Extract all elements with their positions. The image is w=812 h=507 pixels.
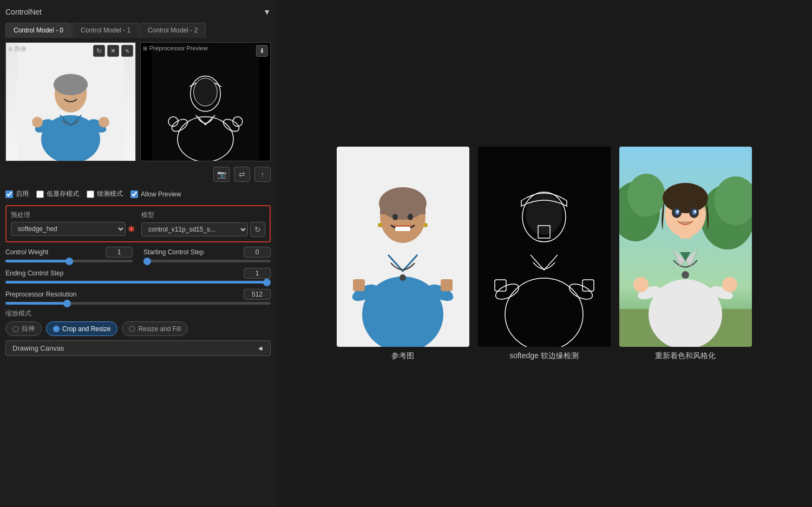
drawing-canvas-row[interactable]: Drawing Canvas ◄ — [5, 340, 271, 356]
gallery-item-1: softedge 软边缘检测 — [478, 147, 611, 361]
gallery-item-2: 重新着色和风格化 — [619, 147, 752, 361]
ending-step-row: Ending Control Step 1 — [5, 268, 271, 284]
edge-detection-preview — [141, 43, 270, 161]
model-select-row: control_v11p_sd15_s... ↻ — [141, 222, 265, 237]
scale-mode-label: 缩放模式 — [5, 309, 271, 318]
svg-rect-21 — [441, 279, 453, 291]
gallery-caption-0: 参考图 — [391, 351, 414, 361]
model-select[interactable]: control_v11p_sd15_s... — [141, 222, 248, 236]
close-input-button[interactable]: ✕ — [107, 45, 119, 57]
preprocessor-label: 预处理 — [11, 210, 135, 220]
svg-point-50 — [633, 277, 649, 292]
control-weight-slider[interactable] — [5, 260, 133, 262]
svg-point-29 — [400, 274, 406, 281]
enable-label: 启用 — [16, 189, 29, 199]
svg-point-4 — [32, 117, 43, 128]
scale-crop-resize-option[interactable]: Crop and Resize — [46, 321, 117, 336]
guess-mode-checkbox-item[interactable]: 猜测模式 — [87, 189, 123, 199]
low-vram-label: 低显存模式 — [47, 189, 79, 199]
preprocessor-res-slider[interactable] — [5, 302, 271, 305]
ending-step-value: 1 — [244, 268, 271, 279]
input-image-label: ⊞ 图像 — [8, 45, 27, 53]
allow-preview-checkbox-item[interactable]: Allow Preview — [130, 190, 181, 198]
upload-button[interactable]: ↑ — [254, 167, 271, 182]
scale-stretch-option[interactable]: 拉伸 — [5, 321, 42, 336]
left-panel: ControlNet ▼ Control Model - 0 Control M… — [0, 0, 276, 507]
gallery-image-1 — [478, 147, 611, 347]
gallery-row: 参考图 — [287, 147, 801, 361]
allow-preview-checkbox[interactable] — [130, 190, 138, 198]
download-button[interactable]: ⬇ — [256, 45, 268, 57]
scale-mode-radio-group: 拉伸 Crop and Resize Resize and Fill — [5, 321, 271, 336]
svg-rect-25 — [380, 198, 425, 214]
model-label: 模型 — [141, 210, 265, 220]
low-vram-checkbox-item[interactable]: 低显存模式 — [36, 189, 79, 199]
svg-point-54 — [663, 183, 708, 213]
low-vram-checkbox[interactable] — [36, 190, 44, 198]
ending-step-header: Ending Control Step 1 — [5, 268, 271, 279]
tab-control-model-0[interactable]: Control Model - 0 — [5, 23, 71, 38]
guess-mode-label: 猜测模式 — [97, 189, 123, 199]
svg-point-31 — [423, 223, 428, 227]
preprocessor-res-value: 512 — [244, 289, 271, 300]
svg-point-5 — [99, 117, 109, 128]
ending-step-slider[interactable] — [5, 281, 271, 284]
svg-point-61 — [682, 271, 689, 279]
gallery-caption-1: softedge 软边缘检测 — [509, 351, 579, 361]
scale-resize-fill-option[interactable]: Resize and Fill — [122, 321, 188, 336]
preprocessor-res-header: Preprocessor Resolution 512 — [5, 289, 271, 300]
stretch-radio-dot — [12, 326, 19, 332]
tab-control-model-1[interactable]: Control Model - 1 — [73, 23, 139, 38]
svg-point-15 — [194, 78, 218, 106]
dual-slider-row: Control Weight 1 Starting Control Step 0 — [5, 247, 271, 262]
action-row: 📷 ⇄ ↑ — [5, 166, 271, 183]
svg-point-60 — [694, 210, 696, 213]
images-row: ⊞ 图像 ↻ ✕ ✎ — [5, 42, 271, 161]
svg-rect-20 — [353, 279, 365, 291]
control-weight-label: Control Weight — [5, 248, 48, 256]
preprocessor-col: 预处理 softedge_hed ✱ — [11, 210, 135, 237]
edit-input-button[interactable]: ✎ — [121, 45, 133, 57]
tab-control-model-2[interactable]: Control Model - 2 — [140, 23, 206, 38]
starting-step-header: Starting Control Step 0 — [143, 247, 271, 258]
input-image-controls: ↻ ✕ ✎ — [93, 45, 133, 57]
gallery-image-2 — [619, 147, 752, 347]
resize-fill-radio-dot — [129, 326, 135, 332]
fire-icon: ✱ — [128, 224, 135, 234]
starting-step-slider[interactable] — [143, 260, 271, 262]
control-weight-col: Control Weight 1 — [5, 247, 133, 262]
crop-resize-radio-dot — [53, 326, 60, 332]
swap-button[interactable]: ⇄ — [234, 167, 250, 182]
stretch-label: 拉伸 — [22, 324, 35, 333]
drawing-canvas-label: Drawing Canvas — [12, 344, 64, 352]
starting-step-label: Starting Control Step — [143, 248, 204, 256]
resize-fill-label: Resize and Fill — [138, 325, 181, 333]
svg-rect-32 — [478, 147, 611, 347]
svg-point-26 — [392, 214, 398, 220]
preprocessor-model-box: 预处理 softedge_hed ✱ 模型 control_v11p_sd15_… — [5, 205, 271, 242]
preprocessor-select-row: softedge_hed ✱ — [11, 222, 135, 236]
right-panel: 参考图 — [276, 0, 812, 507]
svg-point-7 — [54, 74, 88, 95]
guess-mode-checkbox[interactable] — [87, 190, 94, 198]
svg-point-51 — [722, 277, 737, 292]
camera-button[interactable]: 📷 — [213, 167, 230, 182]
enable-checkbox[interactable] — [5, 190, 13, 198]
enable-checkbox-item[interactable]: 启用 — [5, 189, 29, 199]
svg-rect-28 — [395, 227, 410, 231]
preprocessor-preview-box: ⊞ Preprocessor Preview ⬇ — [140, 42, 271, 161]
panel-header: ControlNet ▼ — [5, 5, 271, 18]
control-weight-header: Control Weight 1 — [5, 247, 133, 258]
starting-step-col: Starting Control Step 0 — [143, 247, 271, 262]
sliders-section: Control Weight 1 Starting Control Step 0… — [5, 247, 271, 305]
pm-row: 预处理 softedge_hed ✱ 模型 control_v11p_sd15_… — [11, 210, 265, 237]
gallery-image-0 — [337, 147, 469, 347]
preprocessor-res-row: Preprocessor Resolution 512 — [5, 289, 271, 305]
svg-point-30 — [378, 223, 382, 227]
collapse-icon[interactable]: ▼ — [263, 8, 271, 16]
allow-preview-label: Allow Preview — [141, 190, 181, 198]
preprocessor-select[interactable]: softedge_hed — [11, 222, 126, 236]
svg-point-59 — [677, 210, 679, 213]
model-refresh-button[interactable]: ↻ — [250, 222, 265, 237]
refresh-input-button[interactable]: ↻ — [93, 45, 105, 57]
